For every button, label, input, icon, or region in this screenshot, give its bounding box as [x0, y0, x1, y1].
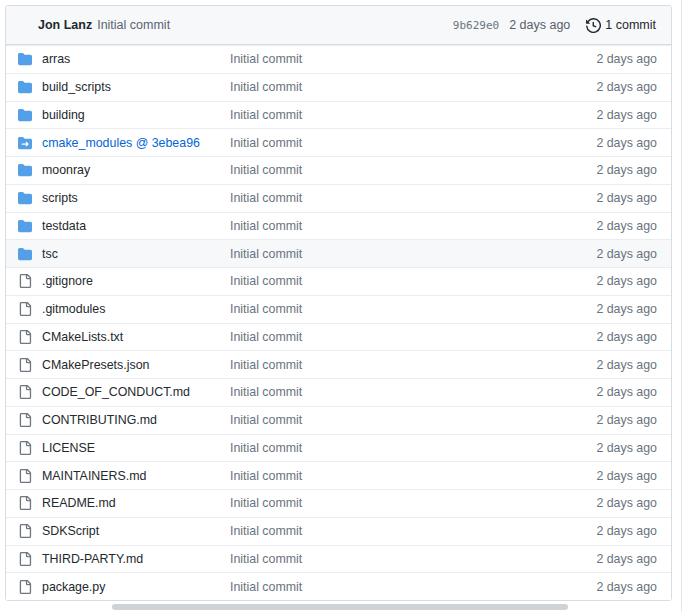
commit-message-cell: Initial commit	[230, 413, 541, 427]
row-commit-message-link[interactable]: Initial commit	[230, 469, 302, 483]
row-commit-message-link[interactable]: Initial commit	[230, 441, 302, 455]
row-commit-message-link[interactable]: Initial commit	[230, 52, 302, 66]
file-link[interactable]: CMakePresets.json	[42, 358, 149, 372]
folder-link[interactable]: moonray	[42, 163, 90, 177]
file-row: SDKScriptInitial commit2 days ago	[6, 517, 671, 545]
commit-message-cell: Initial commit	[230, 496, 541, 510]
file-row: tscInitial commit2 days ago	[6, 239, 671, 267]
row-age: 2 days ago	[541, 108, 671, 122]
row-commit-message-link[interactable]: Initial commit	[230, 302, 302, 316]
row-commit-message-link[interactable]: Initial commit	[230, 80, 302, 94]
commit-message-cell: Initial commit	[230, 136, 541, 150]
horizontal-scrollbar-thumb[interactable]	[112, 604, 568, 610]
commit-message-cell: Initial commit	[230, 330, 541, 344]
row-commit-message-link[interactable]: Initial commit	[230, 524, 302, 538]
row-commit-message-link[interactable]: Initial commit	[230, 274, 302, 288]
file-link[interactable]: CODE_OF_CONDUCT.md	[42, 385, 190, 399]
file-link[interactable]: README.md	[42, 496, 116, 510]
row-commit-message-link[interactable]: Initial commit	[230, 163, 302, 177]
folder-icon	[18, 108, 32, 122]
file-icon	[18, 274, 32, 288]
row-commit-message-link[interactable]: Initial commit	[230, 413, 302, 427]
name-cell: tsc	[6, 247, 230, 261]
folder-icon	[18, 163, 32, 177]
file-link[interactable]: THIRD-PARTY.md	[42, 552, 143, 566]
folder-link[interactable]: arras	[42, 52, 70, 66]
folder-link[interactable]: tsc	[42, 247, 58, 261]
commit-history-link[interactable]: 1 commit	[586, 18, 656, 33]
row-commit-message-link[interactable]: Initial commit	[230, 496, 302, 510]
page-edge-divider	[681, 0, 682, 612]
file-row: .gitignoreInitial commit2 days ago	[6, 267, 671, 295]
commit-message-cell: Initial commit	[230, 80, 541, 94]
row-commit-message-link[interactable]: Initial commit	[230, 191, 302, 205]
file-row: build_scriptsInitial commit2 days ago	[6, 73, 671, 101]
file-link[interactable]: MAINTAINERS.md	[42, 469, 146, 483]
file-link[interactable]: LICENSE	[42, 441, 95, 455]
commit-message-cell: Initial commit	[230, 163, 541, 177]
commit-message-cell: Initial commit	[230, 219, 541, 233]
commit-message-cell: Initial commit	[230, 469, 541, 483]
file-link[interactable]: .gitmodules	[42, 302, 105, 316]
folder-link[interactable]: building	[42, 108, 85, 122]
commit-message-cell: Initial commit	[230, 552, 541, 566]
row-age: 2 days ago	[541, 358, 671, 372]
commit-message-link[interactable]: Initial commit	[97, 18, 170, 32]
file-link[interactable]: CMakeLists.txt	[42, 330, 123, 344]
file-icon	[18, 385, 32, 399]
folder-link[interactable]: cmake_modules @ 3ebea96	[42, 136, 200, 150]
file-link[interactable]: .gitignore	[42, 274, 93, 288]
row-commit-message-link[interactable]: Initial commit	[230, 385, 302, 399]
name-cell: build_scripts	[6, 80, 230, 94]
row-age: 2 days ago	[541, 441, 671, 455]
commit-message-cell: Initial commit	[230, 274, 541, 288]
row-age: 2 days ago	[541, 219, 671, 233]
row-age: 2 days ago	[541, 163, 671, 177]
commit-hash-link[interactable]: 9b629e0	[453, 19, 499, 32]
name-cell: building	[6, 108, 230, 122]
folder-link[interactable]: scripts	[42, 191, 78, 205]
file-row: arrasInitial commit2 days ago	[6, 45, 671, 73]
file-icon	[18, 552, 32, 566]
file-icon	[18, 496, 32, 510]
row-age: 2 days ago	[541, 136, 671, 150]
file-icon	[18, 469, 32, 483]
commit-author-link[interactable]: Jon Lanz	[38, 18, 92, 32]
name-cell: LICENSE	[6, 441, 230, 455]
commit-message-cell: Initial commit	[230, 441, 541, 455]
commit-message-cell: Initial commit	[230, 52, 541, 66]
row-age: 2 days ago	[541, 191, 671, 205]
row-commit-message-link[interactable]: Initial commit	[230, 552, 302, 566]
file-link[interactable]: package.py	[42, 580, 105, 594]
commit-message-cell: Initial commit	[230, 191, 541, 205]
commit-age: 2 days ago	[509, 18, 570, 32]
folder-icon	[18, 191, 32, 205]
file-icon	[18, 580, 32, 594]
row-commit-message-link[interactable]: Initial commit	[230, 219, 302, 233]
submodule-folder-icon	[18, 136, 32, 150]
commit-summary: Jon Lanz Initial commit	[38, 18, 170, 32]
row-age: 2 days ago	[541, 580, 671, 594]
name-cell: MAINTAINERS.md	[6, 469, 230, 483]
folder-link[interactable]: build_scripts	[42, 80, 111, 94]
row-commit-message-link[interactable]: Initial commit	[230, 136, 302, 150]
name-cell: moonray	[6, 163, 230, 177]
file-icon	[18, 330, 32, 344]
row-commit-message-link[interactable]: Initial commit	[230, 358, 302, 372]
file-row: CMakeLists.txtInitial commit2 days ago	[6, 323, 671, 351]
row-commit-message-link[interactable]: Initial commit	[230, 580, 302, 594]
file-row: README.mdInitial commit2 days ago	[6, 489, 671, 517]
name-cell: THIRD-PARTY.md	[6, 552, 230, 566]
file-link[interactable]: CONTRIBUTING.md	[42, 413, 157, 427]
row-age: 2 days ago	[541, 80, 671, 94]
row-commit-message-link[interactable]: Initial commit	[230, 247, 302, 261]
folder-link[interactable]: testdata	[42, 219, 86, 233]
file-row: moonrayInitial commit2 days ago	[6, 156, 671, 184]
row-commit-message-link[interactable]: Initial commit	[230, 108, 302, 122]
file-link[interactable]: SDKScript	[42, 524, 99, 538]
file-row: LICENSEInitial commit2 days ago	[6, 434, 671, 462]
file-row: cmake_modules @ 3ebea96Initial commit2 d…	[6, 128, 671, 156]
name-cell: .gitmodules	[6, 302, 230, 316]
file-icon	[18, 524, 32, 538]
row-commit-message-link[interactable]: Initial commit	[230, 330, 302, 344]
